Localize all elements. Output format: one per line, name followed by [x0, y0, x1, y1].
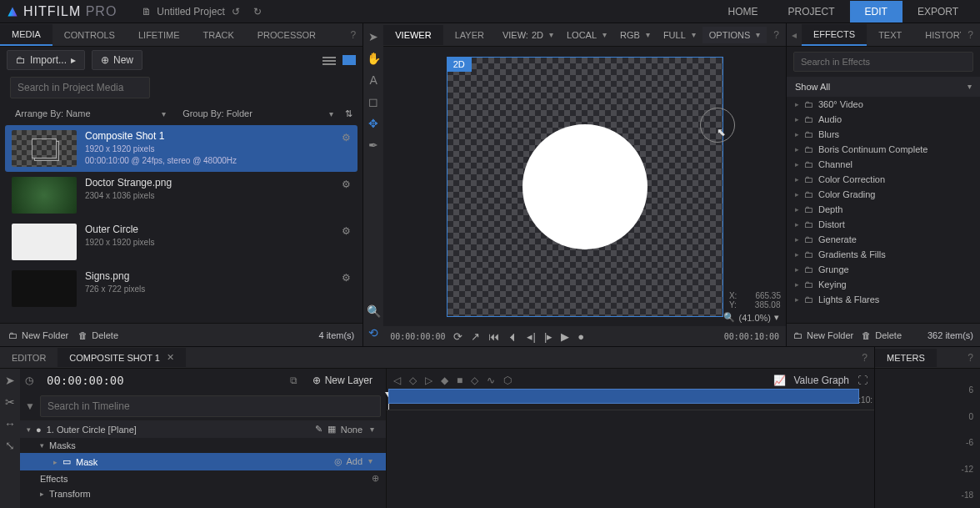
circle-shape[interactable]: [522, 124, 648, 249]
effect-category[interactable]: ▸🗀Channel: [787, 157, 980, 172]
effect-category[interactable]: ▸🗀Generate: [787, 232, 980, 247]
masks-group[interactable]: ▾Masks: [20, 438, 386, 453]
out-icon[interactable]: ↗: [471, 330, 480, 343]
viewer-canvas[interactable]: 2D ⬉ X:665.35 Y:385.08 🔍(41.0%)▾: [383, 47, 786, 326]
help-icon[interactable]: ?: [961, 352, 980, 364]
effect-category[interactable]: ▸🗀Gradients & Fills: [787, 247, 980, 262]
effect-category[interactable]: ▸🗀Grunge: [787, 262, 980, 277]
slip-tool-icon[interactable]: ↔: [3, 417, 17, 430]
timeline-timecode[interactable]: 00:00:00:00: [40, 374, 131, 387]
media-item[interactable]: Doctor Strange.png 2304 x 1036 pixels ⚙: [5, 172, 358, 219]
pencil-icon[interactable]: ✎: [315, 424, 322, 435]
mask-tool-icon[interactable]: ◻: [367, 95, 380, 108]
tab-lifetime[interactable]: LIFETIME: [127, 25, 192, 45]
gear-icon[interactable]: ⚙: [342, 272, 351, 284]
value-graph-button[interactable]: Value Graph: [794, 375, 850, 386]
effect-category[interactable]: ▸🗀Distort: [787, 217, 980, 232]
view-mode-dropdown[interactable]: VIEW: 2D: [496, 27, 560, 43]
nav-export[interactable]: EXPORT: [902, 1, 973, 23]
tab-viewer[interactable]: VIEWER: [383, 25, 442, 45]
layer-row[interactable]: ▾● 1. Outer Circle [Plane] ✎▦None: [20, 420, 386, 438]
zoom-tool-icon[interactable]: 🔍: [367, 304, 380, 318]
record-icon[interactable]: ●: [578, 330, 584, 343]
effect-category[interactable]: ▸🗀Boris Continuum Complete: [787, 142, 980, 157]
gear-icon[interactable]: ⚙: [342, 179, 351, 190]
track-clip[interactable]: [388, 389, 859, 404]
effect-category[interactable]: ▸🗀Depth: [787, 202, 980, 217]
viewport-badge[interactable]: 2D: [447, 57, 472, 72]
undo-button[interactable]: ↺: [225, 3, 247, 21]
channel-dropdown[interactable]: RGB: [613, 27, 657, 43]
media-search-input[interactable]: [10, 77, 150, 98]
next-kf-icon[interactable]: ▷: [425, 375, 432, 386]
step-fwd-icon[interactable]: |▸: [544, 330, 552, 343]
redo-button[interactable]: ↻: [247, 3, 268, 21]
tab-history[interactable]: HISTORY: [913, 25, 961, 45]
diamond2-icon[interactable]: ◇: [471, 375, 478, 386]
text-tool-icon[interactable]: A: [367, 73, 380, 87]
media-item[interactable]: Signs.png 726 x 722 pixels ⚙: [5, 265, 358, 312]
effect-category[interactable]: ▸🗀Blurs: [787, 127, 980, 142]
square-icon[interactable]: ■: [457, 375, 462, 386]
loop-icon[interactable]: ⟳: [453, 330, 462, 343]
prev-kf-icon[interactable]: ◁: [393, 375, 401, 386]
tab-text[interactable]: TEXT: [867, 25, 913, 45]
gear-icon[interactable]: ⚙: [342, 132, 351, 143]
select-tool-icon[interactable]: ➤: [3, 374, 17, 387]
list-view-icon[interactable]: [322, 55, 336, 65]
nav-edit[interactable]: EDIT: [850, 1, 902, 23]
transform-group[interactable]: ▸Transform: [20, 486, 386, 501]
blend-mode-dropdown[interactable]: ✎▦None: [310, 423, 379, 435]
tab-layer[interactable]: LAYER: [443, 25, 496, 45]
nav-project[interactable]: PROJECT: [773, 1, 850, 23]
grid-view-icon[interactable]: [342, 55, 356, 65]
import-button[interactable]: 🗀Import...▸: [7, 50, 85, 70]
grid-icon[interactable]: ▦: [328, 424, 336, 435]
clock-icon[interactable]: ◷: [25, 375, 33, 386]
expand-icon[interactable]: ⛶: [858, 375, 868, 386]
effects-search-input[interactable]: [793, 52, 973, 72]
delete-button[interactable]: 🗑Delete: [78, 330, 118, 340]
effect-category[interactable]: ▸🗀Lights & Flares: [787, 292, 980, 307]
timeline-search-input[interactable]: [40, 395, 381, 417]
new-layer-button[interactable]: ⊕New Layer: [304, 371, 381, 390]
sort-icon[interactable]: ⇅: [345, 108, 352, 119]
delete-button[interactable]: 🗑Delete: [862, 330, 902, 340]
media-item[interactable]: Composite Shot 1 1920 x 1920 pixels 00:0…: [5, 125, 358, 172]
snap-icon[interactable]: ⧉: [290, 375, 298, 386]
tab-track[interactable]: TRACK: [191, 25, 245, 45]
diamond-icon[interactable]: ◆: [441, 375, 448, 386]
add-effect-icon[interactable]: ⊕: [372, 473, 379, 484]
effect-category[interactable]: ▸🗀Color Correction: [787, 172, 980, 187]
effect-category[interactable]: ▸🗀Color Grading: [787, 187, 980, 202]
graph-icon[interactable]: 📈: [773, 375, 786, 386]
play-icon[interactable]: ▶: [561, 330, 569, 343]
tab-meters[interactable]: METERS: [875, 349, 937, 367]
options-dropdown[interactable]: OPTIONS: [702, 27, 768, 43]
new-button[interactable]: ⊕New: [92, 50, 142, 70]
help-icon[interactable]: ?: [344, 29, 363, 41]
timecode-start[interactable]: 00:00:00:00: [390, 332, 445, 341]
show-all-dropdown[interactable]: Show All: [787, 77, 980, 97]
kf-icon[interactable]: ◇: [409, 375, 417, 386]
media-item[interactable]: Outer Circle 1920 x 1920 pixels ⚙: [5, 219, 358, 265]
curve-icon[interactable]: ∿: [487, 375, 495, 386]
zoom-level[interactable]: 🔍(41.0%)▾: [723, 312, 779, 323]
tab-controls[interactable]: CONTROLS: [52, 25, 127, 45]
tab-media[interactable]: MEDIA: [0, 24, 52, 46]
gear-icon[interactable]: ⚙: [342, 225, 351, 237]
slice-tool-icon[interactable]: ✂: [3, 395, 17, 409]
effect-category[interactable]: ▸🗀Audio: [787, 112, 980, 127]
nav-home[interactable]: HOME: [713, 1, 773, 23]
effects-group[interactable]: Effects⊕: [20, 470, 386, 486]
effect-category[interactable]: ▸🗀Keying: [787, 277, 980, 292]
arrange-by-dropdown[interactable]: Arrange By: Name: [10, 107, 171, 120]
select-tool-icon[interactable]: ➤: [367, 30, 380, 43]
scroll-left-icon[interactable]: ◂: [787, 29, 802, 41]
close-icon[interactable]: ✕: [167, 352, 174, 363]
help-icon[interactable]: ?: [961, 29, 980, 41]
target-icon[interactable]: ◎: [334, 456, 342, 467]
visibility-icon[interactable]: ●: [36, 425, 42, 435]
move-tool-icon[interactable]: ✥: [367, 117, 380, 130]
tab-composite[interactable]: COMPOSITE SHOT 1✕: [58, 348, 186, 367]
